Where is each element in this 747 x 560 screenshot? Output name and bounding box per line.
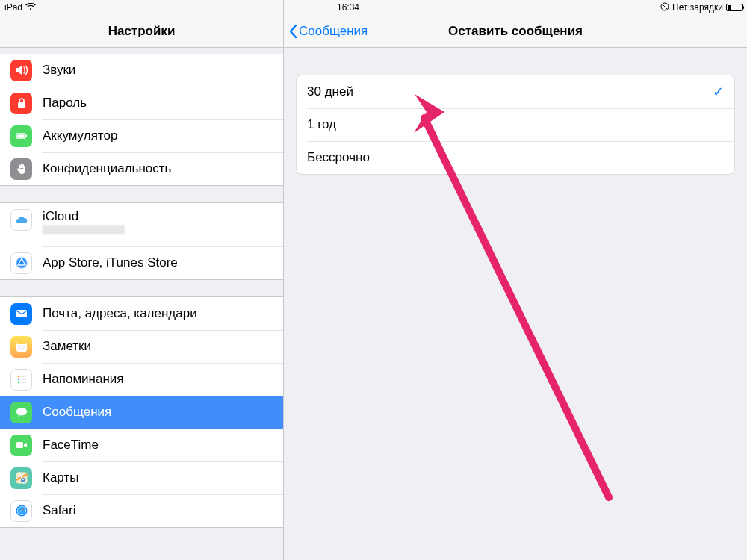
facetime-icon [10,435,32,456]
sidebar-item-label: App Store, iTunes Store [43,255,178,270]
battery-icon [10,125,32,147]
detail-pane: Сообщения Оставить сообщения 30 дней✓1 г… [284,0,747,560]
sidebar-item-label: Почта, адреса, календари [43,306,197,321]
option-label: 30 дней [307,84,353,99]
checkmark-icon: ✓ [713,84,724,100]
sidebar-item-label: Напоминания [43,372,124,387]
svg-rect-4 [17,134,24,137]
sidebar-item-label: Пароль [43,96,87,111]
icloud-account-redacted [43,225,125,234]
settings-sidebar: Настройки ЗвукиПарольАккумуляторКонфиден… [0,0,284,560]
cloud-icon [10,209,32,231]
option-label: 1 год [307,117,336,132]
safari-icon [10,500,32,522]
sidebar-item-privacy[interactable]: Конфиденциальность [0,152,283,185]
sidebar-item-icloud[interactable]: iCloud [0,203,283,246]
hand-icon [10,158,32,180]
clock: 16:34 [337,2,359,13]
mail-icon [10,303,32,325]
back-button[interactable]: Сообщения [288,15,368,48]
svg-line-1 [663,4,668,9]
option-30d[interactable]: 30 дней✓ [297,75,734,108]
sidebar-item-label: Конфиденциальность [43,161,171,176]
speaker-icon [10,60,32,81]
reminders-icon [10,369,32,391]
svg-point-14 [17,376,19,378]
sidebar-item-maps[interactable]: Карты [0,461,283,494]
sidebar-item-reminders[interactable]: Напоминания [0,363,283,396]
sidebar-item-label: Safari [43,503,75,518]
sidebar-item-mail[interactable]: Почта, адреса, календари [0,297,283,330]
svg-rect-8 [16,310,27,317]
option-label: Бессрочно [307,150,370,165]
sidebar-item-messages[interactable]: Сообщения [0,396,283,429]
svg-rect-2 [18,102,25,108]
svg-rect-20 [16,442,23,448]
nocharge-icon [660,2,669,13]
detail-title: Оставить сообщения [448,24,583,39]
sidebar-item-label: Заметки [43,339,91,354]
lock-icon [10,93,32,114]
sidebar-item-label: iCloud [43,209,125,224]
sidebar-item-appstore[interactable]: App Store, iTunes Store [0,246,283,279]
status-bar: iPad 16:34 Нет зарядки [0,0,747,15]
battery-icon [726,4,743,11]
maps-icon [10,467,32,489]
svg-rect-10 [16,341,27,344]
sidebar-item-sounds[interactable]: Звуки [0,54,283,87]
svg-point-22 [21,478,25,482]
sidebar-item-facetime[interactable]: FaceTime [0,429,283,461]
messages-icon [10,402,32,423]
sidebar-item-passcode[interactable]: Пароль [0,87,283,119]
sidebar-item-notes[interactable]: Заметки [0,330,283,363]
sidebar-title: Настройки [108,24,176,39]
svg-point-15 [17,379,19,381]
sidebar-item-label: Аккумулятор [43,128,117,143]
appstore-icon [10,252,32,274]
sidebar-item-label: Звуки [43,63,75,78]
svg-rect-5 [25,135,27,137]
back-label: Сообщения [299,24,368,39]
keep-messages-options: 30 дней✓1 годБессрочно [296,75,735,175]
charging-label: Нет зарядки [672,2,723,13]
svg-point-16 [17,382,19,384]
sidebar-item-label: Сообщения [43,405,111,420]
sidebar-item-safari[interactable]: Safari [0,494,283,527]
device-label: iPad [4,2,22,13]
sidebar-item-label: FaceTime [43,438,99,452]
chevron-left-icon [288,24,297,39]
sidebar-item-battery[interactable]: Аккумулятор [0,119,283,152]
option-1y[interactable]: 1 год [297,108,734,141]
wifi-icon [25,2,36,13]
notes-icon [10,336,32,358]
option-forever[interactable]: Бессрочно [297,141,734,174]
sidebar-item-label: Карты [43,470,78,485]
